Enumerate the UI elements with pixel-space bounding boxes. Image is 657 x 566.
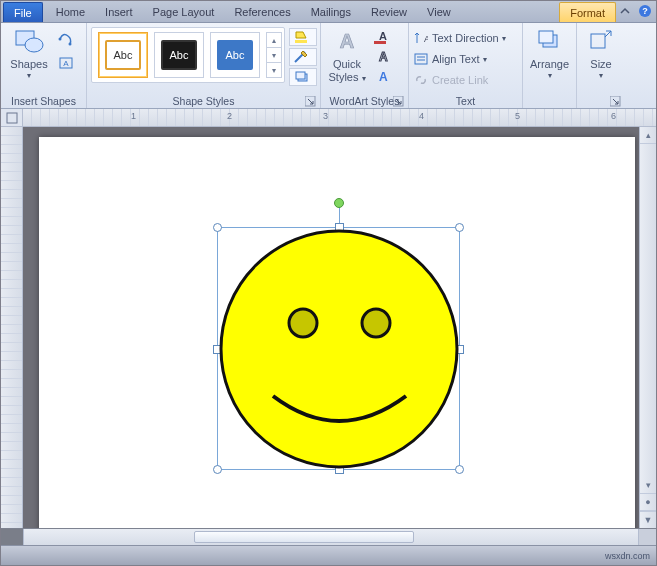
group-insert-shapes: Shapes ▾ A Insert Shapes	[1, 23, 87, 108]
align-text-icon	[413, 51, 429, 67]
status-bar: wsxdn.com	[1, 545, 656, 565]
page[interactable]	[39, 137, 635, 528]
ruler-vertical[interactable]	[1, 127, 23, 528]
svg-point-28	[289, 309, 317, 337]
watermark-text: wsxdn.com	[605, 551, 650, 561]
wordart-icon: A	[331, 25, 363, 57]
tab-file[interactable]: File	[3, 2, 43, 22]
link-icon	[413, 72, 429, 88]
ribbon-tabstrip: File Home Insert Page Layout References …	[1, 1, 656, 23]
shape-selection-box[interactable]	[217, 227, 460, 470]
group-label	[527, 94, 572, 108]
group-wordart-styles: A Quick Styles ▾ A A A WordArt Styles	[321, 23, 409, 108]
group-label: Shape Styles	[91, 94, 316, 108]
minimize-ribbon-icon[interactable]	[616, 2, 634, 20]
tab-home[interactable]: Home	[46, 2, 95, 22]
group-arrange: Arrange▾	[523, 23, 577, 108]
rotation-handle[interactable]	[334, 198, 344, 208]
text-outline-button[interactable]: A	[371, 48, 393, 66]
svg-text:A: A	[379, 70, 388, 84]
text-direction-icon: A	[413, 30, 429, 46]
tab-mailings[interactable]: Mailings	[301, 2, 361, 22]
smiley-shape[interactable]	[218, 228, 461, 471]
svg-rect-24	[591, 34, 605, 48]
quick-label-2: Styles ▾	[328, 71, 365, 83]
tab-view[interactable]: View	[417, 2, 461, 22]
group-label: Insert Shapes	[5, 94, 82, 108]
group-label: Text	[413, 94, 518, 108]
tab-page-layout[interactable]: Page Layout	[143, 2, 225, 22]
svg-point-3	[25, 38, 43, 52]
quick-styles-button[interactable]: A Quick Styles ▾	[325, 25, 369, 83]
tab-review[interactable]: Review	[361, 2, 417, 22]
tab-format[interactable]: Format	[559, 2, 616, 22]
scrollbar-horizontal[interactable]	[1, 528, 656, 545]
tab-references[interactable]: References	[224, 2, 300, 22]
scroll-up-button[interactable]: ▴	[640, 127, 656, 144]
svg-rect-14	[374, 41, 386, 44]
svg-point-27	[221, 231, 457, 467]
dropdown-caret-icon: ▾	[27, 71, 31, 80]
svg-rect-10	[296, 72, 305, 79]
svg-rect-26	[7, 113, 17, 123]
shapes-gallery-button[interactable]: Shapes ▾	[5, 25, 53, 80]
ruler-corner[interactable]	[1, 109, 23, 126]
svg-text:A: A	[63, 59, 69, 68]
group-size: Size▾	[577, 23, 625, 108]
dialog-launcher-icon[interactable]	[304, 96, 316, 108]
group-shape-styles: Abc Abc Abc ▴▾▾ Shape Sty	[87, 23, 321, 108]
scroll-down-button[interactable]: ▾	[640, 477, 656, 494]
align-text-button[interactable]: Align Text▾	[413, 49, 491, 69]
shape-outline-button[interactable]	[289, 48, 317, 66]
dialog-launcher-icon[interactable]	[609, 96, 621, 108]
edit-shape-button[interactable]	[55, 28, 77, 50]
svg-rect-8	[295, 40, 307, 43]
group-text: A Text Direction▾ Align Text▾ Create Lin…	[409, 23, 523, 108]
svg-point-5	[69, 43, 72, 46]
style-swatch-2[interactable]: Abc	[154, 32, 204, 78]
arrange-icon	[534, 25, 566, 57]
svg-point-4	[59, 38, 62, 41]
shape-style-gallery[interactable]: Abc Abc Abc ▴▾▾	[91, 27, 285, 83]
arrange-button[interactable]: Arrange▾	[527, 25, 572, 80]
svg-text:A: A	[379, 30, 387, 42]
shape-fill-button[interactable]	[289, 28, 317, 46]
ribbon: Shapes ▾ A Insert Shapes Abc	[1, 23, 656, 109]
ruler-ticks: 1 2 3 4 5 6	[23, 109, 656, 126]
help-icon[interactable]: ?	[636, 2, 654, 20]
group-label	[581, 94, 621, 108]
svg-rect-23	[539, 31, 553, 43]
ruler-horizontal[interactable]: 1 2 3 4 5 6	[1, 109, 656, 127]
dialog-launcher-icon[interactable]	[392, 96, 404, 108]
shape-effects-button[interactable]	[289, 68, 317, 86]
svg-text:A: A	[424, 34, 428, 44]
group-label: WordArt Styles	[325, 94, 404, 108]
svg-rect-19	[415, 54, 427, 64]
scroll-track[interactable]	[640, 144, 656, 477]
shapes-label: Shapes	[10, 58, 47, 70]
svg-text:A: A	[379, 50, 388, 64]
style-swatch-1[interactable]: Abc	[98, 32, 148, 78]
svg-point-29	[362, 309, 390, 337]
browse-prev-button[interactable]: ●	[640, 494, 656, 511]
scrollbar-vertical[interactable]: ▴ ▾ ● ▼	[639, 127, 656, 528]
gallery-scroll[interactable]: ▴▾▾	[266, 32, 282, 78]
text-fill-button[interactable]: A	[371, 28, 393, 46]
svg-text:?: ?	[642, 6, 648, 16]
text-effects-button[interactable]: A	[371, 68, 393, 86]
style-swatch-3[interactable]: Abc	[210, 32, 260, 78]
app-window: File Home Insert Page Layout References …	[0, 0, 657, 566]
tab-insert[interactable]: Insert	[95, 2, 143, 22]
size-button[interactable]: Size▾	[581, 25, 621, 80]
create-link-button: Create Link	[413, 70, 492, 90]
text-box-button[interactable]: A	[55, 52, 77, 74]
document-area: ▴ ▾ ● ▼	[1, 127, 656, 528]
svg-text:A: A	[340, 30, 354, 52]
canvas[interactable]	[23, 127, 639, 528]
text-direction-button[interactable]: A Text Direction▾	[413, 28, 510, 48]
shapes-icon	[13, 25, 45, 57]
browse-next-button[interactable]: ▼	[640, 511, 656, 528]
size-icon	[585, 25, 617, 57]
quick-label-1: Quick	[333, 58, 361, 70]
scroll-thumb[interactable]	[194, 531, 414, 543]
